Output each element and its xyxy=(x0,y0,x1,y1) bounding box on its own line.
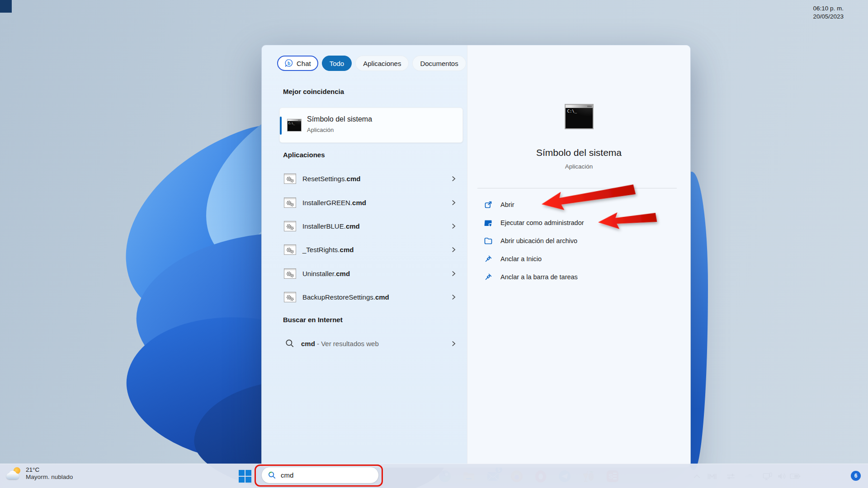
web-query: cmd xyxy=(301,340,315,347)
cmd-file-icon xyxy=(284,244,296,255)
best-match-header: Mejor coincidencia xyxy=(283,88,344,95)
clock-time: 06:10 p. m. xyxy=(813,5,844,13)
notification-count-badge[interactable]: 6 xyxy=(851,471,861,481)
chevron-right-icon[interactable] xyxy=(451,223,457,229)
file-ext-match: cmd xyxy=(347,175,361,183)
weather-widget[interactable]: 21°C Mayorm. nublado xyxy=(6,466,73,480)
action-run-as-admin[interactable]: Ejecutar como administrador xyxy=(477,214,677,232)
cmd-app-icon: C:\_ xyxy=(287,119,302,131)
cmd-app-icon-large: C:\_ xyxy=(565,104,594,129)
search-icon xyxy=(268,471,276,479)
windows-logo-icon xyxy=(239,470,245,476)
screen-corner-artifact xyxy=(0,0,12,13)
file-name: InstallerBLUE. xyxy=(302,222,346,230)
action-pin-to-start[interactable]: Anclar a Inicio xyxy=(477,250,677,268)
taskbar: 21°C Mayorm. nublado xyxy=(0,464,868,488)
selection-accent-bar xyxy=(280,117,282,135)
file-ext-match: cmd xyxy=(346,222,360,230)
app-result-row[interactable]: InstallerGREEN.cmd xyxy=(279,191,463,214)
weather-cloud-sun-icon xyxy=(6,467,22,480)
file-ext-match: cmd xyxy=(375,293,389,301)
file-ext-match: cmd xyxy=(340,246,354,253)
action-label: Anclar a la barra de tareas xyxy=(500,273,578,281)
action-label: Ejecutar como administrador xyxy=(500,219,584,226)
tab-todo-label: Todo xyxy=(330,60,344,67)
clock-date: 20/05/2023 xyxy=(813,13,844,21)
tab-todo[interactable]: Todo xyxy=(322,56,352,71)
open-file-location-icon xyxy=(484,236,493,245)
pin-icon xyxy=(484,272,493,282)
detail-subtitle: Aplicación xyxy=(467,163,690,170)
action-pin-to-taskbar[interactable]: Anclar a la barra de tareas xyxy=(477,268,677,286)
web-search-header: Buscar en Internet xyxy=(283,316,343,324)
search-icon xyxy=(285,338,295,348)
file-name: BackupRestoreSettings. xyxy=(302,293,375,301)
divider xyxy=(477,188,677,188)
app-result-row[interactable]: _TestRights.cmd xyxy=(279,238,463,261)
action-label: Anclar a Inicio xyxy=(500,255,542,263)
best-match-title: Símbolo del sistema xyxy=(307,115,372,123)
open-external-icon xyxy=(484,200,493,209)
cmd-file-icon xyxy=(284,197,296,208)
app-result-row[interactable]: ResetSettings.cmd xyxy=(279,167,463,190)
chevron-right-icon[interactable] xyxy=(451,200,457,206)
chevron-right-icon[interactable] xyxy=(451,341,457,347)
tab-chat[interactable]: b Chat xyxy=(277,56,318,71)
chevron-right-icon[interactable] xyxy=(451,294,457,300)
search-query-text: cmd xyxy=(281,471,293,479)
file-ext-match: cmd xyxy=(352,199,366,206)
desktop: b Chat Todo Aplicaciones Documentos Web … xyxy=(0,0,868,488)
search-flyout-panel: b Chat Todo Aplicaciones Documentos Web … xyxy=(261,45,691,468)
cmd-file-icon xyxy=(284,174,296,184)
pin-icon xyxy=(484,254,493,263)
tab-aplicaciones-label: Aplicaciones xyxy=(363,60,401,67)
chevron-right-icon[interactable] xyxy=(451,271,457,277)
svg-text:b: b xyxy=(288,61,290,66)
cmd-file-icon xyxy=(284,292,296,302)
tab-aplicaciones[interactable]: Aplicaciones xyxy=(355,56,409,71)
chevron-right-icon[interactable] xyxy=(451,176,457,182)
app-result-row[interactable]: Uninstaller.cmd xyxy=(279,262,463,285)
best-match-subtitle: Aplicación xyxy=(307,127,334,133)
app-result-row[interactable]: BackupRestoreSettings.cmd xyxy=(279,285,463,309)
taskbar-search-input[interactable]: cmd xyxy=(261,467,379,483)
tab-documentos-label: Documentos xyxy=(420,60,458,67)
run-as-admin-icon xyxy=(484,218,493,227)
apps-section-header: Aplicaciones xyxy=(283,151,325,159)
start-button[interactable] xyxy=(239,470,251,483)
file-name: _TestRights. xyxy=(302,246,340,253)
tab-documentos[interactable]: Documentos xyxy=(412,56,466,71)
best-match-result[interactable]: C:\_ Símbolo del sistema Aplicación xyxy=(279,108,463,143)
file-ext-match: cmd xyxy=(336,270,350,277)
result-detail-pane: C:\_ Símbolo del sistema Aplicación Abri… xyxy=(467,45,690,467)
action-label: Abrir ubicación del archivo xyxy=(500,237,577,244)
app-result-row[interactable]: InstallerBLUE.cmd xyxy=(279,214,463,238)
file-name: Uninstaller. xyxy=(302,270,336,277)
web-search-row[interactable]: cmd - Ver resultados web xyxy=(279,332,463,355)
cmd-file-icon xyxy=(284,268,296,279)
weather-temp: 21°C xyxy=(26,466,73,473)
taskbar-clock[interactable]: 06:10 p. m. 20/05/2023 xyxy=(813,5,844,20)
cmd-file-icon xyxy=(284,221,296,231)
file-name: InstallerGREEN. xyxy=(302,199,352,206)
chevron-right-icon[interactable] xyxy=(451,247,457,253)
action-open-file-location[interactable]: Abrir ubicación del archivo xyxy=(477,232,677,250)
bing-chat-icon: b xyxy=(284,59,293,68)
action-label: Abrir xyxy=(500,201,514,208)
weather-condition: Mayorm. nublado xyxy=(26,474,73,480)
file-name: ResetSettings. xyxy=(302,175,347,183)
web-query-hint: - Ver resultados web xyxy=(317,340,379,347)
detail-title: Símbolo del sistema xyxy=(467,147,690,158)
action-open[interactable]: Abrir xyxy=(477,196,677,214)
tab-chat-label: Chat xyxy=(297,60,311,67)
